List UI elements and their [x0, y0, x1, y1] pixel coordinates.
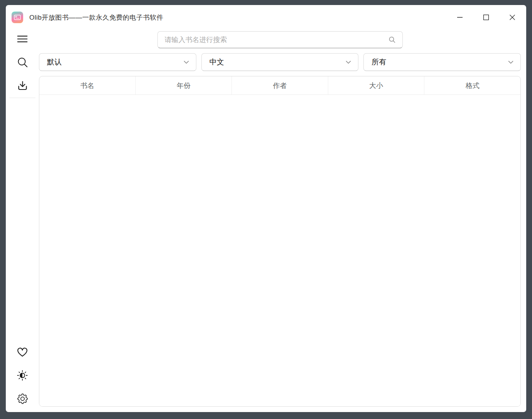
- sidebar-top-group: [17, 34, 28, 91]
- maximize-button[interactable]: [478, 10, 494, 25]
- app-logo-icon: [12, 12, 23, 23]
- filter-row: 默认 中文 所有: [39, 53, 521, 71]
- maximize-icon: [483, 14, 489, 20]
- menu-button[interactable]: [17, 34, 28, 44]
- sidebar: [6, 30, 39, 412]
- table-header-author: 作者: [232, 76, 328, 95]
- favorites-button[interactable]: [17, 347, 28, 358]
- app-logo-glyph-icon: [14, 15, 21, 20]
- table-header-year: 年份: [136, 76, 232, 95]
- source-dropdown-value: 默认: [47, 57, 184, 67]
- table-body: [39, 95, 520, 406]
- titlebar: Olib开放图书——一款永久免费的电子书软件: [6, 5, 526, 30]
- source-dropdown[interactable]: 默认: [39, 53, 196, 71]
- search-icon: [17, 57, 28, 68]
- settings-button[interactable]: [17, 393, 28, 404]
- app-window: Olib开放图书——一款永久免费的电子书软件: [6, 5, 526, 412]
- close-button[interactable]: [505, 10, 520, 25]
- search-input[interactable]: [157, 31, 403, 48]
- table-header-row: 书名 年份 作者 大小 格式: [39, 76, 520, 95]
- format-dropdown[interactable]: 所有: [363, 53, 521, 71]
- window-title: Olib开放图书——一款永久免费的电子书软件: [29, 13, 163, 22]
- sidebar-divider: [9, 98, 35, 98]
- downloads-button[interactable]: [17, 80, 28, 91]
- content-area: 默认 中文 所有: [6, 30, 526, 412]
- close-icon: [509, 14, 515, 20]
- theme-toggle-button[interactable]: [17, 370, 28, 381]
- chevron-down-icon: [184, 61, 189, 64]
- search-box: [157, 31, 403, 48]
- menu-icon: [17, 34, 28, 44]
- heart-icon: [17, 347, 28, 357]
- theme-brightness-icon: [17, 370, 28, 381]
- main-panel: 默认 中文 所有: [39, 30, 521, 412]
- search-row: [39, 31, 521, 48]
- table-header-format: 格式: [424, 76, 520, 95]
- format-dropdown-value: 所有: [372, 57, 508, 67]
- table-header-title: 书名: [39, 76, 136, 95]
- table-header-size: 大小: [328, 76, 425, 95]
- settings-gear-icon: [17, 394, 28, 404]
- minimize-button[interactable]: [452, 10, 468, 25]
- window-controls: [452, 10, 520, 25]
- sidebar-search-button[interactable]: [17, 57, 28, 68]
- chevron-down-icon: [346, 61, 351, 64]
- language-dropdown-value: 中文: [209, 57, 346, 67]
- sidebar-bottom-group: [17, 347, 28, 404]
- language-dropdown[interactable]: 中文: [201, 53, 359, 71]
- chevron-down-icon: [508, 61, 513, 64]
- download-icon: [17, 80, 28, 91]
- books-table: 书名 年份 作者 大小 格式: [39, 76, 521, 407]
- minimize-icon: [457, 14, 463, 20]
